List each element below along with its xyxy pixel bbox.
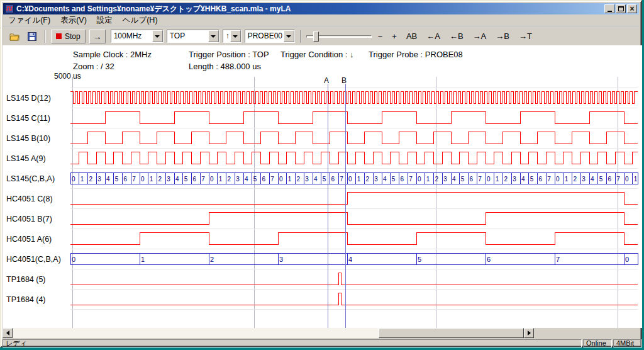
signal-label[interactable]: HC4051 B(7) — [6, 215, 52, 223]
status-bar: レディ Online 4MBit — [3, 339, 642, 347]
waveform-trace — [70, 273, 638, 285]
bus-value: 5 — [599, 176, 603, 183]
bus-cell — [140, 254, 209, 265]
trigger-edge-select[interactable]: ↑ — [223, 30, 242, 43]
zoom-out-button[interactable]: − — [375, 30, 386, 43]
signal-label[interactable]: LS145 D(12) — [6, 94, 51, 103]
bus-value: 0 — [279, 176, 283, 183]
arrow-left-icon — [6, 330, 9, 336]
bus-value: 7 — [547, 176, 551, 183]
run-button[interactable]: → — [89, 30, 106, 43]
bus-value: 6 — [262, 176, 266, 183]
bus-value: 3 — [236, 176, 240, 183]
bus-value: 3 — [305, 176, 309, 183]
bus-value: 6 — [124, 176, 128, 183]
goto-trigger-button[interactable]: →T — [516, 30, 535, 43]
chevron-down-icon[interactable] — [208, 30, 219, 42]
menu-view[interactable]: 表示(V) — [55, 14, 92, 26]
trigger-probe-info: Trigger Probe : PROBE08 — [369, 50, 463, 59]
waveform-canvas[interactable]: LS145 D(12)LS145 C(11)LS145 B(10)LS145 A… — [3, 45, 642, 328]
signal-label[interactable]: HC4051(C,B,A) — [6, 255, 61, 264]
status-online: Online — [583, 339, 612, 347]
bus-value: 2 — [210, 256, 214, 263]
signal-label[interactable]: LS145 A(9) — [6, 154, 46, 163]
prev-cursor-a-button[interactable]: ←A — [423, 30, 443, 43]
sample-clock-info: Sample Clock : 2MHz — [73, 50, 152, 59]
menu-file[interactable]: ファイル(F) — [3, 14, 55, 26]
trigger-probe-select[interactable]: PROBE00 — [245, 30, 295, 43]
prev-cursor-b-button[interactable]: ←B — [447, 30, 467, 43]
scroll-left-button[interactable] — [3, 328, 13, 338]
zoom-slider-thumb[interactable] — [313, 31, 319, 42]
next-cursor-b-button[interactable]: →B — [492, 30, 513, 43]
chevron-down-icon[interactable] — [284, 30, 294, 42]
bus-value: 2 — [158, 176, 162, 183]
bus-cell — [347, 254, 416, 265]
chevron-down-icon[interactable] — [152, 30, 163, 42]
bus-value: 6 — [608, 176, 612, 183]
chevron-down-icon[interactable] — [230, 30, 241, 42]
sample-rate-value: 100MHz — [111, 30, 152, 42]
zoom-info: Zoom : / 32 — [73, 62, 114, 71]
next-cursor-a-button[interactable]: →A — [470, 30, 490, 43]
menu-help[interactable]: ヘルプ(H) — [118, 14, 163, 26]
bus-value: 5 — [418, 256, 421, 263]
signal-label[interactable]: HC4051 A(6) — [6, 235, 52, 244]
bus-value: 1 — [219, 176, 223, 183]
close-button[interactable]: × — [627, 4, 637, 13]
bus-value: 3 — [443, 176, 447, 183]
bus-value: 3 — [374, 176, 378, 183]
bus-value: 3 — [167, 176, 170, 183]
bus-value: 7 — [478, 176, 482, 183]
cursor-b-label[interactable]: B — [340, 76, 348, 85]
close-icon: × — [630, 6, 634, 12]
scrollbar-thumb[interactable] — [379, 328, 524, 338]
bus-value: 0 — [625, 256, 629, 263]
bus-value: 3 — [513, 176, 516, 183]
bus-value: 0 — [141, 176, 145, 183]
maximize-button[interactable] — [616, 4, 626, 13]
zoom-slider[interactable] — [306, 30, 372, 43]
bus-value: 1 — [496, 176, 499, 183]
bus-value: 4 — [452, 176, 456, 183]
scroll-right-button[interactable] — [524, 328, 534, 338]
bus-value: 3 — [582, 176, 586, 183]
signal-label[interactable]: LS145(C,B,A) — [6, 174, 55, 183]
dropdown-arrow-icon — [211, 35, 216, 38]
signal-label[interactable]: TP1684 (5) — [6, 275, 46, 284]
signal-label[interactable]: HC4051 C(8) — [6, 195, 53, 203]
bus-value: 7 — [132, 176, 136, 183]
title-bar[interactable]: C:¥Documents and Settings¥noname¥デスクトップ¥… — [3, 3, 639, 14]
bus-value: 4 — [175, 176, 179, 183]
signal-label[interactable]: TP1684 (4) — [6, 295, 46, 304]
ab-range-button[interactable]: AB — [403, 30, 420, 43]
floppy-disk-icon — [28, 32, 36, 41]
bus-value: 2 — [366, 176, 370, 183]
trigger-position-value: TOP — [167, 30, 208, 42]
save-button[interactable] — [25, 30, 40, 43]
stop-button[interactable]: Stop — [51, 30, 86, 43]
horizontal-scrollbar[interactable] — [3, 328, 534, 338]
bus-value: 5 — [530, 176, 534, 183]
zoom-in-button[interactable]: + — [389, 30, 400, 43]
menu-settings[interactable]: 設定 — [92, 14, 118, 26]
waveform-trace — [70, 213, 638, 225]
toolbar-separator — [300, 30, 301, 43]
bus-cell — [278, 254, 347, 265]
trigger-position-select[interactable]: TOP — [167, 30, 219, 43]
minimize-button[interactable] — [604, 4, 614, 13]
bus-value: 5 — [323, 176, 326, 183]
bus-value: 7 — [201, 176, 205, 183]
sample-rate-select[interactable]: 100MHz — [111, 30, 164, 43]
cursor-a-label[interactable]: A — [322, 76, 331, 85]
open-file-button[interactable] — [7, 30, 22, 43]
signal-label[interactable]: LS145 C(11) — [6, 114, 50, 123]
dropdown-arrow-icon — [286, 35, 291, 38]
bus-value: 6 — [487, 256, 491, 263]
status-memory: 4MBit — [613, 339, 642, 347]
bus-value: 5 — [461, 176, 465, 183]
signal-label[interactable]: LS145 B(10) — [6, 134, 50, 143]
dropdown-arrow-icon — [233, 35, 238, 38]
bus-value: 1 — [141, 256, 145, 263]
bus-value: 4 — [314, 176, 318, 183]
